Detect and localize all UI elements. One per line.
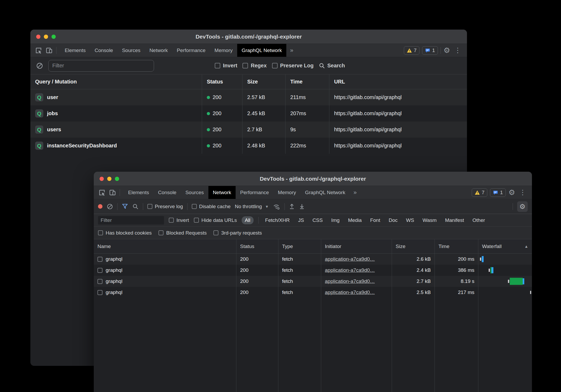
initiator-link[interactable]: application-a7ca9d0…: [325, 278, 375, 284]
tab-memory[interactable]: Memory: [273, 186, 301, 199]
preserve-log-checkbox[interactable]: Preserve Log: [272, 63, 314, 69]
warnings-badge[interactable]: 7: [404, 46, 420, 55]
tab-performance[interactable]: Performance: [172, 44, 210, 57]
header-url[interactable]: URL: [329, 74, 467, 89]
search-toggle[interactable]: Search: [319, 63, 345, 69]
checkbox[interactable]: [147, 204, 152, 209]
third-party-requests-checkbox[interactable]: 3rd-party requests: [213, 230, 262, 236]
header-type[interactable]: Type: [278, 239, 321, 253]
request-row[interactable]: graphql 200 fetch application-a7ca9d0… 2…: [94, 287, 532, 298]
settings-gear-icon[interactable]: ⚙: [508, 189, 515, 196]
row-checkbox[interactable]: [97, 268, 102, 273]
row-checkbox[interactable]: [97, 257, 102, 262]
request-row[interactable]: graphql 200 fetch application-a7ca9d0… 2…: [94, 254, 532, 265]
record-network-log-button[interactable]: [98, 204, 102, 209]
zoom-window-button[interactable]: [115, 177, 119, 181]
filter-input[interactable]: [48, 60, 154, 72]
tab-console[interactable]: Console: [153, 186, 181, 199]
more-tabs-icon[interactable]: »: [350, 186, 360, 199]
regex-checkbox[interactable]: Regex: [242, 63, 267, 69]
issues-badge[interactable]: 1: [422, 46, 438, 55]
header-size[interactable]: Size: [242, 74, 286, 89]
filter-funnel-icon[interactable]: [122, 203, 128, 210]
filter-chip-media[interactable]: Media: [346, 216, 364, 224]
header-waterfall[interactable]: Waterfall ▲: [478, 239, 532, 253]
has-blocked-cookies-checkbox[interactable]: Has blocked cookies: [98, 230, 152, 236]
tab-performance[interactable]: Performance: [236, 186, 273, 199]
checkbox[interactable]: [213, 230, 218, 235]
invert-checkbox[interactable]: Invert: [169, 217, 189, 223]
tab-graphql-network[interactable]: GraphQL Network: [237, 44, 286, 57]
tab-sources[interactable]: Sources: [118, 44, 145, 57]
network-filter-input[interactable]: [98, 216, 164, 225]
preserve-log-checkbox[interactable]: Preserve log: [147, 204, 183, 209]
more-tabs-icon[interactable]: »: [286, 44, 297, 57]
warnings-badge[interactable]: 7: [472, 188, 488, 197]
table-row[interactable]: QinstanceSecurityDashboard 200 2.48 kB 2…: [30, 138, 467, 154]
invert-checkbox[interactable]: Invert: [215, 63, 237, 69]
device-toolbar-icon[interactable]: [46, 47, 53, 54]
front-titlebar[interactable]: DevTools - gitlab.com/-/graphql-explorer: [94, 172, 532, 186]
header-status[interactable]: Status: [236, 239, 278, 253]
hide-data-urls-checkbox[interactable]: Hide data URLs: [194, 217, 237, 223]
header-time[interactable]: Time: [286, 74, 329, 89]
checkbox[interactable]: [272, 63, 278, 68]
filter-chip-js[interactable]: JS: [296, 216, 306, 224]
inspect-element-icon[interactable]: [35, 47, 42, 54]
clear-icon[interactable]: [36, 62, 43, 69]
header-name[interactable]: Name: [94, 239, 236, 253]
filter-chip-ws[interactable]: WS: [404, 216, 416, 224]
initiator-link[interactable]: application-a7ca9d0…: [325, 267, 375, 273]
header-initiator[interactable]: Initiator: [321, 239, 392, 253]
row-checkbox[interactable]: [97, 279, 102, 284]
blocked-requests-checkbox[interactable]: Blocked Requests: [158, 230, 207, 236]
settings-gear-icon[interactable]: ⚙: [443, 47, 450, 54]
tab-memory[interactable]: Memory: [210, 44, 237, 57]
filter-chip-manifest[interactable]: Manifest: [443, 216, 466, 224]
table-row[interactable]: Qusers 200 2.7 kB 9s https://gitlab.com/…: [30, 122, 467, 138]
table-row[interactable]: Qjobs 200 2.45 kB 207ms https://gitlab.c…: [30, 105, 467, 122]
request-row[interactable]: graphql 200 fetch application-a7ca9d0… 2…: [94, 276, 532, 287]
header-size[interactable]: Size: [392, 239, 435, 253]
initiator-link[interactable]: application-a7ca9d0…: [325, 256, 375, 262]
menu-kebab-icon[interactable]: ⋮: [453, 46, 463, 54]
filter-chip-all[interactable]: All: [242, 216, 254, 224]
header-time[interactable]: Time: [435, 239, 478, 253]
network-conditions-icon[interactable]: [273, 203, 280, 210]
tab-network[interactable]: Network: [208, 186, 236, 199]
checkbox[interactable]: [158, 230, 163, 235]
import-har-icon[interactable]: [289, 203, 295, 210]
throttling-dropdown[interactable]: No throttling ▼: [235, 204, 269, 209]
inspect-element-icon[interactable]: [99, 189, 105, 196]
tab-sources[interactable]: Sources: [181, 186, 208, 199]
filter-chip-wasm[interactable]: Wasm: [421, 216, 438, 224]
back-titlebar[interactable]: DevTools - gitlab.com/-/graphql-explorer: [30, 30, 467, 44]
initiator-link[interactable]: application-a7ca9d0…: [325, 290, 375, 295]
search-icon[interactable]: [132, 203, 139, 210]
device-toolbar-icon[interactable]: [109, 189, 116, 196]
menu-kebab-icon[interactable]: ⋮: [518, 188, 528, 197]
checkbox[interactable]: [192, 204, 197, 209]
request-row[interactable]: graphql 200 fetch application-a7ca9d0… 2…: [94, 265, 532, 276]
checkbox[interactable]: [242, 63, 248, 68]
row-checkbox[interactable]: [97, 290, 102, 295]
filter-chip-other[interactable]: Other: [471, 216, 487, 224]
zoom-window-button[interactable]: [52, 35, 56, 39]
filter-chip-doc[interactable]: Doc: [387, 216, 399, 224]
export-har-icon[interactable]: [299, 203, 305, 210]
close-window-button[interactable]: [36, 35, 40, 39]
tab-graphql-network[interactable]: GraphQL Network: [301, 186, 350, 199]
filter-chip-font[interactable]: Font: [368, 216, 382, 224]
filter-chip-img[interactable]: Img: [329, 216, 342, 224]
tab-console[interactable]: Console: [90, 44, 118, 57]
filter-chip-fetch-xhr[interactable]: Fetch/XHR: [263, 216, 292, 224]
checkbox[interactable]: [169, 218, 174, 223]
header-status[interactable]: Status: [202, 74, 242, 89]
checkbox[interactable]: [194, 218, 199, 223]
clear-network-log-icon[interactable]: [107, 203, 113, 210]
checkbox[interactable]: [215, 63, 220, 68]
minimize-window-button[interactable]: [44, 35, 48, 39]
header-query-mutation[interactable]: Query / Mutation: [30, 74, 202, 89]
tab-elements[interactable]: Elements: [60, 44, 90, 57]
disable-cache-checkbox[interactable]: Disable cache: [192, 204, 231, 209]
